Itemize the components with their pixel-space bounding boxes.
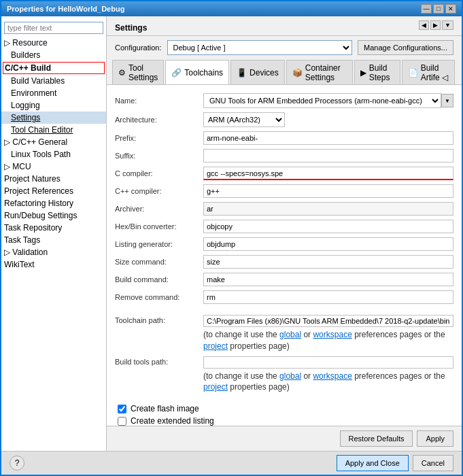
sidebar-item-cpp-general[interactable]: ▷ C/C++ General bbox=[1, 136, 106, 148]
arch-select[interactable]: ARM (AArch32) bbox=[203, 112, 285, 127]
c-compiler-input[interactable] bbox=[203, 167, 453, 180]
toolchain-path-value: (to change it use the global or workspac… bbox=[203, 315, 453, 352]
size-cmd-input[interactable] bbox=[203, 255, 453, 269]
build-cmd-label: Build command: bbox=[115, 275, 203, 284]
tab-build-artifacts-label: Build Artife ◁ bbox=[421, 63, 449, 82]
tab-toolchains[interactable]: 🔗 Toolchains bbox=[165, 60, 229, 85]
name-dropdown-button[interactable]: ▼ bbox=[441, 94, 453, 107]
sidebar-item-logging[interactable]: Logging bbox=[1, 99, 106, 112]
archiver-row: Archiver: bbox=[115, 202, 453, 216]
help-icon: ? bbox=[15, 458, 20, 468]
tab-container-settings-label: Container Settings bbox=[305, 63, 347, 82]
cpp-compiler-input[interactable] bbox=[203, 184, 453, 198]
toolchain-workspace-link[interactable]: workspace bbox=[313, 330, 351, 339]
sidebar-item-mcu[interactable]: ▷ MCU bbox=[1, 160, 106, 173]
archiver-label: Archiver: bbox=[115, 205, 203, 213]
sidebar-item-build-variables[interactable]: Build Variables bbox=[1, 75, 106, 87]
build-tools-workspace-link[interactable]: workspace bbox=[313, 371, 351, 381]
sidebar-item-project-natures[interactable]: Project Natures bbox=[1, 173, 106, 185]
sidebar-item-project-references[interactable]: Project References bbox=[1, 185, 106, 197]
manage-configurations-button[interactable]: Manage Configurations... bbox=[358, 40, 453, 55]
apply-and-close-button[interactable]: Apply and Close bbox=[337, 455, 409, 471]
config-select[interactable]: Debug [ Active ] bbox=[167, 40, 353, 55]
tab-devices[interactable]: 📱 Devices bbox=[230, 60, 285, 85]
maximize-button[interactable]: □ bbox=[433, 4, 444, 14]
cancel-button[interactable]: Cancel bbox=[413, 455, 453, 471]
build-tools-path-label: Build tools path: bbox=[115, 356, 203, 366]
sidebar-item-wikitext[interactable]: WikiText bbox=[1, 258, 106, 271]
c-compiler-label: C compiler: bbox=[115, 169, 203, 177]
tool-settings-icon: ⚙ bbox=[118, 68, 126, 78]
suffix-input[interactable] bbox=[203, 149, 453, 163]
toolchain-path-row: Toolchain path: (to change it use the gl… bbox=[115, 315, 453, 352]
archiver-input[interactable] bbox=[203, 202, 453, 216]
arch-row: Architecture: ARM (AArch32) bbox=[115, 112, 453, 127]
name-row: Name: GNU Tools for ARM Embedded Process… bbox=[115, 93, 453, 108]
restore-defaults-button[interactable]: Restore Defaults bbox=[340, 430, 413, 447]
size-cmd-label: Size command: bbox=[115, 258, 203, 266]
container-settings-icon: 📦 bbox=[292, 68, 303, 78]
nav-dropdown-button[interactable]: ▼ bbox=[442, 20, 453, 30]
create-flash-checkbox[interactable] bbox=[118, 405, 126, 413]
tabs-bar: ⚙ Tool Settings 🔗 Toolchains 📱 Devices 📦… bbox=[107, 59, 462, 85]
suffix-row: Suffix: bbox=[115, 149, 453, 163]
prefix-input[interactable] bbox=[203, 131, 453, 145]
sidebar-item-run-debug[interactable]: Run/Debug Settings bbox=[1, 209, 106, 222]
arch-label: Architecture: bbox=[115, 116, 203, 124]
sidebar-item-validation[interactable]: ▷ Validation bbox=[1, 246, 106, 258]
prefix-label: Prefix: bbox=[115, 134, 203, 142]
name-select[interactable]: GNU Tools for ARM Embedded Processors (a… bbox=[203, 93, 441, 108]
sidebar-item-task-repository[interactable]: Task Repository bbox=[1, 222, 106, 234]
sidebar-item-builders[interactable]: Builders bbox=[1, 49, 106, 61]
listing-gen-input[interactable] bbox=[203, 237, 453, 251]
tab-tool-settings[interactable]: ⚙ Tool Settings bbox=[112, 60, 164, 85]
build-steps-icon: ▶ bbox=[360, 68, 366, 78]
sidebar-item-settings[interactable]: Settings bbox=[1, 112, 106, 124]
tab-build-steps[interactable]: ▶ Build Steps bbox=[354, 60, 400, 85]
nav-back-button[interactable]: ◀ bbox=[419, 20, 429, 30]
remove-cmd-input[interactable] bbox=[203, 290, 453, 304]
sidebar-item-toolchain-editor[interactable]: Tool Chain Editor bbox=[1, 124, 106, 136]
sidebar-item-refactoring-history[interactable]: Refactoring History bbox=[1, 197, 106, 209]
build-tools-global-link[interactable]: global bbox=[279, 371, 301, 381]
sidebar-item-task-tags[interactable]: Task Tags bbox=[1, 234, 106, 246]
bottom-bar: Restore Defaults Apply bbox=[107, 426, 462, 451]
toolchain-path-input[interactable] bbox=[203, 315, 453, 327]
close-button[interactable]: ✕ bbox=[445, 4, 456, 14]
tab-toolchains-label: Toolchains bbox=[184, 68, 223, 78]
footer-bar: ? Apply and Close Cancel bbox=[1, 451, 462, 475]
remove-cmd-label: Remove command: bbox=[115, 293, 203, 301]
help-button[interactable]: ? bbox=[10, 456, 24, 471]
sidebar-item-resource[interactable]: ▷ Resource bbox=[1, 37, 106, 49]
build-cmd-input[interactable] bbox=[203, 273, 453, 286]
hex-converter-label: Hex/Bin converter: bbox=[115, 222, 203, 231]
toolchain-project-link[interactable]: project bbox=[203, 341, 228, 351]
toolchain-path-label: Toolchain path: bbox=[115, 315, 203, 324]
tab-tool-settings-label: Tool Settings bbox=[128, 63, 158, 82]
filter-input[interactable] bbox=[4, 22, 103, 34]
settings-header: Settings ◀ ▶ ▼ bbox=[107, 16, 462, 36]
build-tools-path-hint: (to change it use the global or workspac… bbox=[203, 371, 453, 394]
window-title: Properties for HelloWorld_Debug bbox=[7, 5, 124, 13]
tab-build-artifacts[interactable]: 📄 Build Artife ◁ bbox=[402, 60, 455, 85]
apply-button[interactable]: Apply bbox=[417, 430, 453, 447]
sidebar-item-environment[interactable]: Environment bbox=[1, 87, 106, 99]
toolchain-global-link[interactable]: global bbox=[279, 330, 301, 339]
prefix-row: Prefix: bbox=[115, 131, 453, 145]
minimize-button[interactable]: — bbox=[421, 4, 432, 14]
tab-container-settings[interactable]: 📦 Container Settings bbox=[286, 60, 353, 85]
create-extended-checkbox[interactable] bbox=[118, 417, 126, 426]
build-artifacts-icon: 📄 bbox=[408, 68, 418, 78]
build-tools-path-row: Build tools path: (to change it use the … bbox=[115, 356, 453, 394]
sidebar-item-linux-tools[interactable]: Linux Tools Path bbox=[1, 148, 106, 160]
config-row: Configuration: Debug [ Active ] Manage C… bbox=[107, 36, 462, 59]
cpp-compiler-row: C++ compiler: bbox=[115, 184, 453, 198]
nav-forward-button[interactable]: ▶ bbox=[430, 20, 441, 30]
build-tools-project-link[interactable]: project bbox=[203, 382, 228, 392]
properties-window: Properties for HelloWorld_Debug — □ ✕ ▷ … bbox=[0, 0, 463, 476]
build-cmd-row: Build command: bbox=[115, 273, 453, 286]
tab-devices-label: Devices bbox=[250, 68, 279, 78]
hex-converter-input[interactable] bbox=[203, 220, 453, 233]
sidebar-item-cpp-build[interactable]: C/C++ Build bbox=[3, 62, 105, 74]
build-tools-path-input[interactable] bbox=[203, 356, 453, 369]
